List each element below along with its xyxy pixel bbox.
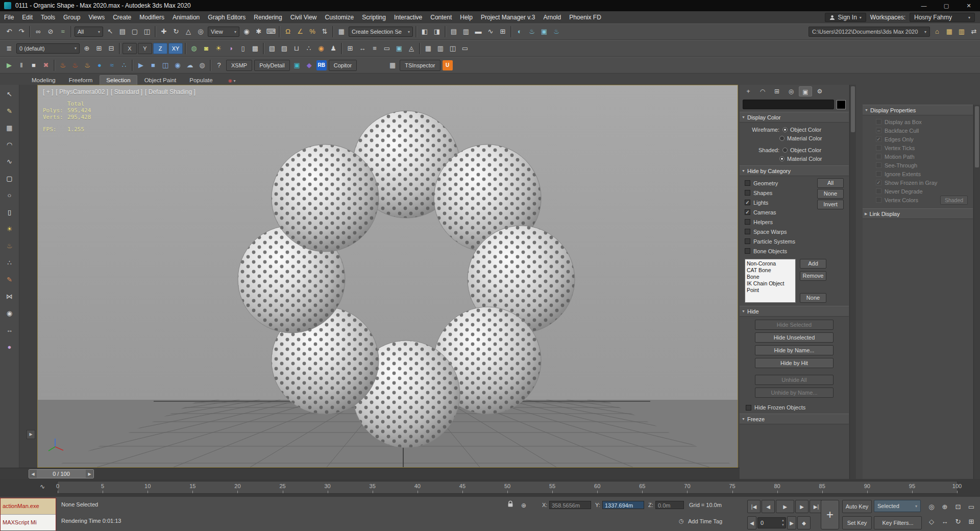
viewport-menu-shading[interactable]: [ Default Shading ]	[145, 88, 195, 95]
viewport-canvas[interactable]	[38, 85, 738, 467]
y-coordinate-field[interactable]: 1337.694m	[602, 501, 644, 509]
sim-stop-icon[interactable]: ■	[147, 60, 159, 71]
previous-key-button[interactable]: ◀	[747, 516, 756, 529]
phoenix-ocean-icon[interactable]: ≈	[106, 60, 118, 71]
tsinspector-button[interactable]: TSInspector	[400, 60, 440, 71]
link-display-rollout-header[interactable]: ▶ Link Display	[863, 208, 973, 219]
u-plugin-button[interactable]: U	[443, 60, 453, 70]
scrollbar-thumb[interactable]	[851, 86, 855, 132]
checkbox-space-warps[interactable]	[745, 229, 750, 234]
modify-tab[interactable]: ◠	[756, 86, 769, 96]
reference-coordinate-dropdown[interactable]: View▾	[208, 27, 239, 37]
spinner-snap-icon[interactable]: ⇅	[318, 26, 331, 37]
hide-frozen-objects-checkbox[interactable]	[746, 405, 751, 411]
previous-frame-arrow[interactable]: ◀	[29, 470, 37, 478]
sim-cache-icon[interactable]: ◫	[159, 60, 172, 71]
workspace-dropdown[interactable]: Hosny Fahmy ▾	[910, 13, 975, 22]
auto-key-button[interactable]: Auto Key	[842, 500, 872, 513]
spinner-arrows[interactable]: ▲▼	[781, 518, 785, 527]
state-sets-icon[interactable]: ▣	[393, 43, 405, 54]
soft-selection-icon[interactable]: ◍	[188, 43, 200, 54]
select-and-manipulate-icon[interactable]: ✱	[253, 26, 265, 37]
viewport-menu-perview[interactable]: [ Standard ]	[111, 88, 142, 95]
scene-explorer-toggle-icon[interactable]: ▧	[266, 43, 278, 54]
spline-tool-icon[interactable]: ∿	[4, 156, 16, 167]
menu-item-arnold[interactable]: Arnold	[539, 12, 565, 23]
phoenix-candle-icon[interactable]: ♨	[81, 60, 93, 71]
surface-tool-icon[interactable]: ◠	[4, 139, 16, 151]
list-item[interactable]: IK Chain Object	[747, 280, 795, 287]
checkbox-never-degrade[interactable]	[876, 188, 881, 194]
close-button[interactable]: ✕	[958, 0, 980, 11]
undo-icon[interactable]: ↶	[3, 26, 15, 37]
checkbox-shapes[interactable]	[745, 190, 750, 196]
copitor-button[interactable]: Copitor	[329, 60, 357, 71]
pause-plugin-icon[interactable]: ‖	[15, 60, 28, 71]
viewport-menu-general[interactable]: [ + ]	[43, 88, 53, 95]
containers-icon[interactable]: ⊔	[290, 43, 303, 54]
channel-info-icon[interactable]: ≡	[369, 43, 381, 54]
viewport-layout-icon[interactable]: ◫	[447, 43, 459, 54]
tab-object-paint[interactable]: Object Paint	[138, 76, 183, 85]
snap-toggle-icon[interactable]: Ω	[282, 26, 294, 37]
phoenix-fire-icon[interactable]: ♨	[57, 60, 69, 71]
scrollbar-thumb[interactable]	[975, 106, 979, 167]
maximize-button[interactable]: ▢	[935, 0, 958, 11]
menu-item-civil-view[interactable]: Civil View	[286, 12, 321, 23]
invert-button[interactable]: Invert	[817, 200, 844, 209]
checkbox-geometry[interactable]	[745, 180, 750, 186]
eye-tool-icon[interactable]: ◉	[4, 308, 16, 319]
z-coordinate-field[interactable]: 0.0m	[655, 501, 684, 509]
hide-rollout-header[interactable]: ▼ Hide	[740, 306, 849, 317]
scene-explorer-icon[interactable]: ▤	[448, 26, 460, 37]
lattice-tool-icon[interactable]: ▦	[4, 123, 16, 134]
display-properties-header[interactable]: ▼ Display Properties	[863, 105, 973, 115]
go-to-start-button[interactable]: |◀	[747, 500, 761, 513]
light-lister-icon[interactable]: ☀	[212, 43, 225, 54]
pan-icon[interactable]: ↔	[938, 514, 951, 529]
percent-snap-icon[interactable]: %	[306, 26, 318, 37]
list-item[interactable]: Bone	[747, 274, 795, 280]
material-editor-icon[interactable]: ◐	[513, 26, 526, 37]
next-key-button[interactable]: ▶	[787, 516, 796, 529]
sign-in-button[interactable]: Sign In ▾	[825, 13, 866, 22]
phoenix-blaze-icon[interactable]: ♨	[69, 60, 81, 71]
set-key-button[interactable]: Set Key	[842, 516, 872, 529]
material-explorer-icon[interactable]: ◑	[225, 43, 237, 54]
select-and-scale-icon[interactable]: △	[182, 26, 194, 37]
polydetail-button[interactable]: PolyDetail	[254, 60, 290, 71]
checkbox-helpers[interactable]	[745, 219, 750, 225]
previous-frame-button[interactable]: ◀	[762, 500, 775, 513]
menu-item-customize[interactable]: Customize	[321, 12, 358, 23]
list-item[interactable]: Non-Corona	[747, 260, 795, 267]
select-and-move-icon[interactable]: ✚	[158, 26, 170, 37]
selection-lock-toggle[interactable]	[505, 500, 516, 511]
safe-frames-icon[interactable]: ▭	[459, 43, 471, 54]
create-layer-icon[interactable]: ⊕	[81, 43, 93, 54]
time-slider-thumb[interactable]: ◀ 0 / 100 ▶	[29, 469, 94, 478]
particle-view-icon[interactable]: ∴	[303, 43, 315, 54]
bone-tool-icon[interactable]: ⋈	[4, 291, 16, 302]
create-tab[interactable]: +	[742, 86, 755, 96]
align-icon[interactable]: ◨	[431, 26, 443, 37]
select-and-link-icon[interactable]: ∞	[32, 26, 44, 37]
next-frame-button[interactable]: ▶	[795, 500, 808, 513]
render-flags-icon[interactable]: ◬	[405, 43, 418, 54]
checkbox-motion-path[interactable]	[876, 154, 881, 159]
menu-item-graph-editors[interactable]: Graph Editors	[204, 12, 250, 23]
checkbox-edges-only[interactable]: ✓	[876, 136, 881, 142]
select-by-name-icon[interactable]: ▤	[116, 26, 129, 37]
tab-selection[interactable]: Selection	[100, 75, 137, 85]
menu-item-animation[interactable]: Animation	[168, 12, 204, 23]
play-animation-button[interactable]: ▶	[776, 500, 794, 513]
track-bar[interactable]: ∿ 05101520253035404550556065707580859095…	[0, 479, 980, 496]
display-tab[interactable]: ▣	[799, 86, 812, 96]
select-and-rotate-icon[interactable]: ↻	[170, 26, 182, 37]
viewport[interactable]: [ + ][ PhysCamera002 ][ Standard ][ Defa…	[37, 85, 738, 468]
sim-start-icon[interactable]: ▶	[135, 60, 147, 71]
layer-manager-icon[interactable]: ≣	[3, 43, 15, 54]
tab-populate[interactable]: Populate	[183, 76, 218, 85]
menu-item-rendering[interactable]: Rendering	[250, 12, 286, 23]
axis-z-button[interactable]: Z	[153, 43, 167, 54]
wireframe-material-color-radio[interactable]	[779, 136, 785, 141]
